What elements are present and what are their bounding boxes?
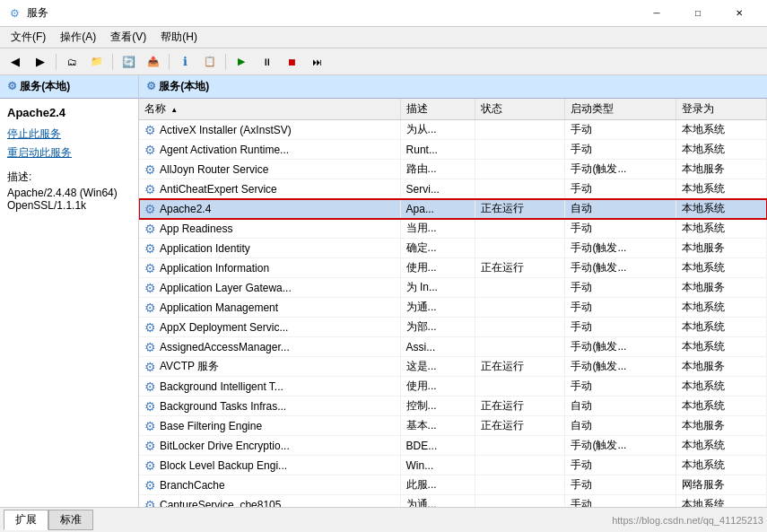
tab-standard[interactable]: 标准 [48, 510, 93, 530]
table-row[interactable]: ⚙Background Intelligent T...使用...手动本地系统 [139, 377, 767, 397]
menu-item-h[interactable]: 帮助(H) [153, 28, 205, 47]
table-row[interactable]: ⚙Block Level Backup Engi...Win...手动本地系统 [139, 456, 767, 475]
col-header-login[interactable]: 登录为 [676, 99, 767, 120]
service-login-cell: 本地系统 [676, 258, 767, 278]
service-status-cell [475, 377, 565, 397]
table-row[interactable]: ⚙BitLocker Drive Encryptio...BDE...手动(触发… [139, 436, 767, 456]
gear-icon: ⚙ [144, 123, 156, 137]
toolbar-forward[interactable]: ▶ [29, 51, 52, 73]
services-table-container[interactable]: 名称 ▲ 描述 状态 启动类型 登录为 ⚙ActiveX Installer (… [139, 99, 767, 507]
service-status-cell: 正在运行 [475, 199, 565, 219]
toolbar-stop[interactable]: ⏹ [280, 51, 303, 73]
service-name-cell: ⚙Background Tasks Infras... [139, 397, 400, 416]
service-startup-cell: 手动 [565, 219, 676, 239]
service-desc-cell: 确定... [400, 239, 475, 258]
window-controls: ─ □ ✕ [636, 0, 760, 27]
table-row[interactable]: ⚙AVCTP 服务这是...正在运行手动(触发...本地服务 [139, 357, 767, 377]
table-row[interactable]: ⚙App Readiness当用...手动本地系统 [139, 219, 767, 239]
toolbar-play[interactable]: ▶ [230, 51, 253, 73]
gear-icon: ⚙ [144, 301, 156, 315]
table-row[interactable]: ⚙Application Identity确定...手动(触发...本地服务 [139, 239, 767, 258]
table-row[interactable]: ⚙AntiCheatExpert ServiceServi...手动本地系统 [139, 179, 767, 199]
service-name-cell: ⚙CaptureService_cbe8105 [139, 495, 400, 508]
tab-extended[interactable]: 扩展 [4, 510, 48, 530]
table-row[interactable]: ⚙AssignedAccessManager...Assi...手动(触发...… [139, 337, 767, 357]
service-login-cell: 本地系统 [676, 120, 767, 140]
maximize-button[interactable]: □ [677, 0, 719, 27]
left-header-text: 服务(本地) [20, 80, 70, 92]
service-login-cell: 本地系统 [676, 219, 767, 239]
table-row[interactable]: ⚙Application Information使用...正在运行手动(触发..… [139, 258, 767, 278]
toolbar-info[interactable]: ℹ [173, 51, 196, 73]
stop-service-link[interactable]: 停止此服务 [7, 126, 131, 142]
restart-service-link[interactable]: 重启动此服务 [7, 145, 131, 161]
service-desc-cell: Servi... [400, 179, 475, 199]
table-row[interactable]: ⚙ActiveX Installer (AxInstSV)为从...手动本地系统 [139, 120, 767, 140]
menu-item-v[interactable]: 查看(V) [103, 28, 153, 47]
right-panel-header: ⚙ 服务(本地) [139, 75, 767, 99]
service-name-cell: ⚙BranchCache [139, 475, 400, 495]
right-header-text: 服务(本地) [159, 80, 209, 92]
gear-icon: ⚙ [144, 478, 156, 493]
service-login-cell: 网络服务 [676, 475, 767, 495]
service-status-cell: 正在运行 [475, 397, 565, 416]
gear-icon: ⚙ [144, 261, 156, 275]
table-row[interactable]: ⚙CaptureService_cbe8105为通...手动本地系统 [139, 495, 767, 508]
gear-icon: ⚙ [144, 202, 156, 216]
table-row[interactable]: ⚙AppX Deployment Servic...为部...手动本地系统 [139, 318, 767, 337]
toolbar-refresh[interactable]: 🔄 [117, 51, 140, 73]
close-button[interactable]: ✕ [719, 0, 760, 27]
table-row[interactable]: ⚙Agent Activation Runtime...Runt...手动本地系… [139, 140, 767, 160]
service-login-cell: 本地服务 [676, 357, 767, 377]
toolbar-export[interactable]: 📤 [142, 51, 165, 73]
toolbar-properties[interactable]: 📋 [198, 51, 222, 73]
left-content: Apache2.4 停止此服务 重启动此服务 描述: Apache/2.4.48… [0, 99, 138, 219]
toolbar-up[interactable]: 📁 [85, 51, 109, 73]
table-row[interactable]: ⚙AllJoyn Router Service路由...手动(触发...本地服务 [139, 160, 767, 179]
toolbar-show-list[interactable]: 🗂 [60, 51, 83, 73]
status-bar: 扩展 标准 https://blog.csdn.net/qq_41125213 [0, 507, 767, 532]
service-name-cell: ⚙ActiveX Installer (AxInstSV) [139, 120, 400, 140]
service-status-cell [475, 318, 565, 337]
watermark: https://blog.csdn.net/qq_41125213 [612, 515, 763, 526]
service-desc-cell: 基本... [400, 416, 475, 436]
col-header-name[interactable]: 名称 ▲ [139, 99, 400, 120]
service-name-cell: ⚙AppX Deployment Servic... [139, 318, 400, 337]
right-panel: ⚙ 服务(本地) 名称 ▲ 描述 状态 启动类型 登录为 ⚙ActiveX In… [139, 75, 767, 507]
toolbar-restart[interactable]: ⏭ [305, 51, 328, 73]
desc-text: Apache/2.4.48 (Win64)OpenSSL/1.1.1k [7, 187, 131, 212]
service-status-cell [475, 298, 565, 318]
table-row[interactable]: ⚙Apache2.4Apa...正在运行自动本地系统 [139, 199, 767, 219]
table-row[interactable]: ⚙Application Management为通...手动本地系统 [139, 298, 767, 318]
table-row[interactable]: ⚙Base Filtering Engine基本...正在运行自动本地服务 [139, 416, 767, 436]
gear-icon: ⚙ [144, 182, 156, 196]
gear-icon: ⚙ [144, 162, 156, 177]
service-desc-cell: 为 In... [400, 278, 475, 298]
gear-icon: ⚙ [144, 419, 156, 433]
menu-item-f[interactable]: 文件(F) [4, 28, 53, 47]
sort-icon: ▲ [170, 106, 178, 114]
service-status-cell [475, 160, 565, 179]
col-header-desc[interactable]: 描述 [400, 99, 475, 120]
toolbar-back[interactable]: ◀ [4, 51, 27, 73]
gear-icon: ⚙ [144, 241, 156, 256]
service-login-cell: 本地系统 [676, 436, 767, 456]
col-header-startup[interactable]: 启动类型 [565, 99, 676, 120]
minimize-button[interactable]: ─ [636, 0, 677, 27]
table-row[interactable]: ⚙BranchCache此服...手动网络服务 [139, 475, 767, 495]
service-status-cell [475, 456, 565, 475]
toolbar-pause[interactable]: ⏸ [255, 51, 278, 73]
service-desc-cell: 为部... [400, 318, 475, 337]
gear-icon: ⚙ [144, 222, 156, 236]
table-row[interactable]: ⚙Application Layer Gatewa...为 In...手动本地服… [139, 278, 767, 298]
service-status-cell [475, 140, 565, 160]
service-name-cell: ⚙App Readiness [139, 219, 400, 239]
col-header-status[interactable]: 状态 [475, 99, 565, 120]
service-status-cell [475, 219, 565, 239]
menu-item-a[interactable]: 操作(A) [53, 28, 103, 47]
service-startup-cell: 手动(触发... [565, 357, 676, 377]
table-row[interactable]: ⚙Background Tasks Infras...控制...正在运行自动本地… [139, 397, 767, 416]
service-startup-cell: 手动(触发... [565, 436, 676, 456]
service-login-cell: 本地系统 [676, 318, 767, 337]
service-startup-cell: 手动 [565, 278, 676, 298]
